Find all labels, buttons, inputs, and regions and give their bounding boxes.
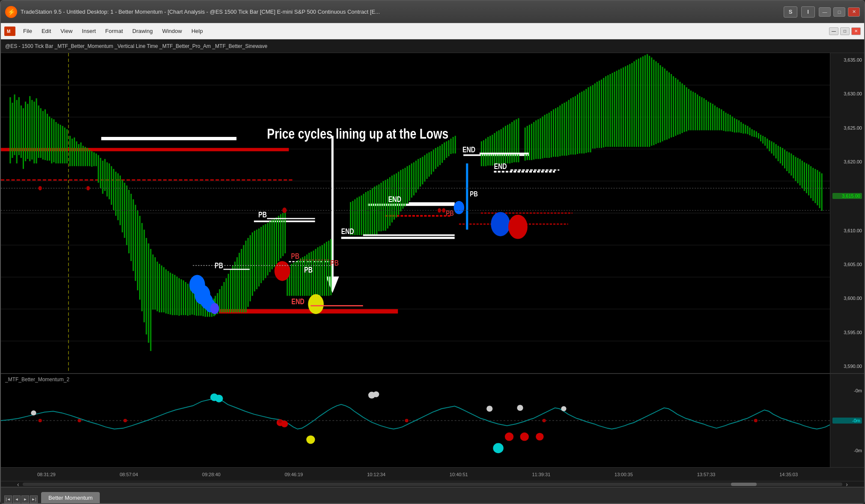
svg-rect-224 <box>455 136 456 153</box>
svg-rect-410 <box>466 163 468 230</box>
svg-rect-133 <box>239 253 240 312</box>
svg-rect-349 <box>756 131 757 137</box>
svg-rect-369 <box>799 159 801 186</box>
svg-rect-258 <box>557 107 558 157</box>
svg-rect-248 <box>535 120 537 159</box>
tab-last-button[interactable]: ►| <box>30 495 38 503</box>
svg-rect-297 <box>642 56 644 147</box>
svg-point-429 <box>561 406 566 411</box>
svg-rect-246 <box>531 124 532 160</box>
menu-window[interactable]: Window <box>158 26 186 36</box>
svg-rect-355 <box>769 140 770 151</box>
svg-rect-353 <box>764 137 766 146</box>
svg-rect-148 <box>271 219 273 269</box>
svg-rect-309 <box>668 72 670 139</box>
menu-view[interactable]: View <box>56 26 77 36</box>
time-axis: 08:31:29 08:57:04 09:28:40 09:46:19 10:1… <box>1 467 864 481</box>
svg-rect-140 <box>254 231 255 291</box>
svg-rect-302 <box>653 59 654 145</box>
maximize-button[interactable]: □ <box>833 7 845 17</box>
svg-rect-276 <box>597 82 598 148</box>
inner-window: M File Edit View Insert Format Drawing W… <box>1 23 864 503</box>
app-icon: ⚡ <box>5 6 17 18</box>
svg-rect-365 <box>790 154 792 176</box>
svg-rect-367 <box>795 157 796 181</box>
time-label-7: 11:39:31 <box>532 472 550 477</box>
chart-svg: PB PB PB PB PB PB PB <box>1 53 830 373</box>
svg-point-388 <box>508 215 528 239</box>
svg-rect-228 <box>487 137 489 166</box>
svg-rect-82 <box>128 190 130 253</box>
svg-rect-141 <box>256 230 257 289</box>
svg-text:Price cycles lining up at the : Price cycles lining up at the Lows <box>267 126 449 142</box>
menu-drawing[interactable]: Drawing <box>128 26 157 36</box>
svg-rect-201 <box>405 168 406 206</box>
svg-rect-59 <box>78 144 79 166</box>
svg-rect-29 <box>12 103 13 158</box>
inner-close[interactable]: ✕ <box>851 27 861 35</box>
svg-rect-326 <box>706 100 707 130</box>
svg-rect-184 <box>367 191 369 235</box>
scrollbar-track[interactable] <box>23 483 843 486</box>
tab-first-button[interactable]: |◄ <box>4 495 12 503</box>
svg-rect-70 <box>102 160 103 193</box>
svg-rect-34 <box>23 108 24 169</box>
svg-rect-322 <box>697 95 698 130</box>
tab-better-momentum[interactable]: Better Momentum <box>41 492 100 503</box>
svg-rect-358 <box>776 144 777 159</box>
svg-rect-307 <box>664 68 665 140</box>
svg-rect-332 <box>719 108 720 130</box>
svg-rect-78 <box>119 175 121 225</box>
menu-logo: M <box>4 27 15 36</box>
svg-rect-173 <box>326 242 327 296</box>
svg-rect-189 <box>378 184 379 231</box>
svg-rect-269 <box>581 92 582 153</box>
svg-rect-35 <box>25 101 26 161</box>
tab-next-button[interactable]: ► <box>21 495 29 503</box>
svg-rect-126 <box>224 282 225 312</box>
svg-rect-238 <box>509 124 510 163</box>
svg-rect-106 <box>181 279 182 315</box>
svg-rect-71 <box>104 159 105 191</box>
svg-rect-285 <box>616 71 617 147</box>
svg-rect-144 <box>262 225 264 280</box>
svg-rect-339 <box>734 118 735 133</box>
close-button[interactable]: ✕ <box>848 7 860 17</box>
svg-rect-282 <box>609 74 611 147</box>
svg-rect-376 <box>814 169 816 203</box>
svg-rect-300 <box>649 56 650 147</box>
svg-rect-125 <box>221 286 223 312</box>
svg-rect-319 <box>690 91 692 130</box>
oscillator-chart[interactable]: _MTF_Better_Momentum_2 <box>1 374 830 467</box>
svg-rect-210 <box>424 155 425 182</box>
menu-edit[interactable]: Edit <box>37 26 55 36</box>
svg-rect-207 <box>418 159 419 190</box>
svg-rect-186 <box>372 188 373 235</box>
svg-rect-348 <box>754 130 755 137</box>
svg-rect-56 <box>72 139 73 166</box>
svg-rect-94 <box>155 257 156 310</box>
s-button[interactable]: S <box>784 6 797 18</box>
svg-rect-202 <box>407 166 408 204</box>
svg-rect-305 <box>660 65 661 142</box>
chart-info-text: @ES - 1500 Tick Bar _MTF_Better_Momentum… <box>5 43 267 49</box>
scrollbar-thumb[interactable] <box>731 483 757 486</box>
menu-format[interactable]: Format <box>101 26 127 36</box>
i-button[interactable]: I <box>801 6 815 18</box>
menu-insert[interactable]: Insert <box>78 26 100 36</box>
menu-file[interactable]: File <box>19 26 36 36</box>
svg-rect-361 <box>782 148 783 166</box>
tab-prev-button[interactable]: ◄ <box>13 495 21 503</box>
svg-rect-208 <box>420 158 421 187</box>
price-chart[interactable]: PB PB PB PB PB PB PB <box>1 53 830 373</box>
inner-minimize[interactable]: — <box>829 27 838 35</box>
minimize-button[interactable]: — <box>819 7 831 17</box>
price-label-10: 3,590.00 <box>832 364 862 369</box>
svg-rect-145 <box>265 224 266 278</box>
svg-rect-159 <box>295 261 297 296</box>
svg-rect-218 <box>441 144 443 163</box>
svg-rect-130 <box>232 266 233 313</box>
inner-maximize[interactable]: □ <box>840 27 850 35</box>
svg-rect-334 <box>723 111 724 130</box>
menu-help[interactable]: Help <box>187 26 207 36</box>
